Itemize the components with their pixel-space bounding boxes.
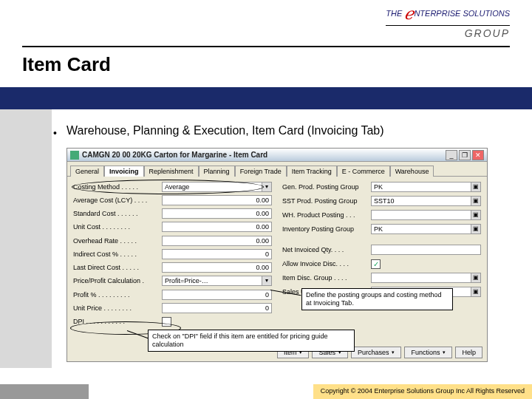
tab-foreign-trade[interactable]: Foreign Trade xyxy=(235,166,287,177)
lbl-indirect: Indirect Cost % . . . . . xyxy=(73,250,162,258)
val-avg-cost[interactable]: 0.00 xyxy=(162,195,272,205)
val-wh-prod[interactable] xyxy=(371,210,471,220)
tab-warehouse[interactable]: Warehouse xyxy=(390,166,434,177)
chevron-down-icon: ▾ xyxy=(443,349,446,355)
lbl-sst-prod: SST Prod. Posting Group xyxy=(282,197,371,205)
callout-dpi: Check on "DPI" field if this item are en… xyxy=(148,330,355,352)
bullet-icon: • xyxy=(53,127,57,139)
footer: Copyright © 2004 Enterprise Solutions Gr… xyxy=(0,384,532,399)
lbl-profit-pct: Profit % . . . . . . . . . xyxy=(73,291,162,299)
minimize-button[interactable]: _ xyxy=(446,150,457,160)
val-costing-method[interactable]: Average xyxy=(162,182,262,192)
dd-costing-method[interactable]: ▾ xyxy=(262,182,272,192)
tab-replenishment[interactable]: Replenishment xyxy=(144,166,199,177)
val-price-profit[interactable]: Profit=Price-… xyxy=(162,276,262,286)
dd-inv-posting[interactable]: ▣ xyxy=(471,224,481,234)
btn-functions[interactable]: Functions▾ xyxy=(404,347,452,358)
val-unit-price[interactable]: 0 xyxy=(162,303,272,313)
left-gray-bar xyxy=(0,109,52,368)
lbl-allow-inv-disc: Allow Invoice Disc. . . . xyxy=(282,260,371,267)
val-net-inv-qty[interactable] xyxy=(371,245,481,255)
subtitle: Warehouse, Planning & Execution, Item Ca… xyxy=(66,124,384,137)
lbl-price-profit: Price/Profit Calculation . xyxy=(73,277,162,284)
restore-button[interactable]: ❐ xyxy=(459,150,471,160)
lbl-unit-cost: Unit Cost . . . . . . . . xyxy=(73,223,162,231)
chk-dpi[interactable] xyxy=(162,317,171,327)
val-profit-pct[interactable]: 0 xyxy=(162,290,272,300)
logo-block: THE ℯNTERPRISE SOLUTIONS GROUP xyxy=(386,4,510,39)
tab-planning[interactable]: Planning xyxy=(199,166,235,177)
val-inv-posting[interactable]: PK xyxy=(371,224,471,234)
tab-strip: General Invoicing Replenishment Planning… xyxy=(67,162,487,177)
tab-invoicing[interactable]: Invoicing xyxy=(104,166,144,177)
dd-sales-uom[interactable]: ▣ xyxy=(471,287,481,297)
dd-item-disc-grp[interactable]: ▣ xyxy=(471,273,481,283)
lbl-net-inv-qty: Net Invoiced Qty. . . . xyxy=(282,246,371,253)
footer-block xyxy=(0,384,89,399)
val-sst-prod[interactable]: SST10 xyxy=(371,196,471,206)
callout-posting-groups: Define the posting groups and costing me… xyxy=(301,288,453,310)
logo-rest: NTERPRISE SOLUTIONS xyxy=(414,9,510,18)
dd-gen-prod[interactable]: ▣ xyxy=(471,182,481,192)
val-item-disc-grp[interactable] xyxy=(371,273,471,283)
lbl-overhead: Overhead Rate . . . . . xyxy=(73,237,162,245)
btn-help[interactable]: Help xyxy=(455,347,482,358)
val-gen-prod[interactable]: PK xyxy=(371,182,471,192)
copyright: Copyright © 2004 Enterprise Solutions Gr… xyxy=(313,384,532,399)
close-button[interactable]: ✕ xyxy=(472,150,484,160)
lbl-std-cost: Standard Cost . . . . . . xyxy=(73,210,162,217)
lbl-dpi: DPI . . . . . . . . . . . xyxy=(73,318,162,325)
lbl-item-disc-grp: Item Disc. Group . . . . xyxy=(282,274,371,282)
left-column: Costing Method . . . . .Average▾ Average… xyxy=(73,181,272,327)
app-icon xyxy=(70,151,79,160)
title-stripe xyxy=(0,87,532,109)
logo-line1: THE ℯNTERPRISE SOLUTIONS xyxy=(386,4,510,24)
lbl-inv-posting: Inventory Posting Group xyxy=(282,225,371,233)
val-unit-cost[interactable]: 0.00 xyxy=(162,222,272,232)
tab-ecommerce[interactable]: E - Commerce xyxy=(337,166,390,177)
lbl-last-direct: Last Direct Cost . . . . . xyxy=(73,264,162,271)
window-title: CAMGN 20 00 20KG Carton for Margarine - … xyxy=(82,151,446,159)
dd-wh-prod[interactable]: ▣ xyxy=(471,210,481,220)
page-title: Item Card xyxy=(22,53,111,76)
tab-item-tracking[interactable]: Item Tracking xyxy=(287,166,337,177)
logo-group: GROUP xyxy=(386,25,510,39)
lbl-gen-prod: Gen. Prod. Posting Group xyxy=(282,183,371,191)
tab-general[interactable]: General xyxy=(70,166,104,177)
val-last-direct[interactable]: 0.00 xyxy=(162,262,272,273)
chevron-down-icon: ▾ xyxy=(392,349,395,355)
val-std-cost[interactable]: 0.00 xyxy=(162,208,272,219)
val-indirect[interactable]: 0 xyxy=(162,249,272,259)
btn-purchases[interactable]: Purchases▾ xyxy=(351,347,402,358)
logo-e-icon: ℯ xyxy=(404,4,414,23)
header-rule xyxy=(22,46,510,47)
lbl-avg-cost: Average Cost (LCY) . . . . xyxy=(73,197,162,204)
dd-sst-prod[interactable]: ▣ xyxy=(471,196,481,206)
dd-price-profit[interactable]: ▾ xyxy=(262,276,272,286)
lbl-costing-method: Costing Method . . . . . xyxy=(73,183,162,191)
logo-pre: THE xyxy=(386,9,404,18)
lbl-unit-price: Unit Price . . . . . . . . xyxy=(73,304,162,312)
titlebar: CAMGN 20 00 20KG Carton for Margarine - … xyxy=(67,149,487,162)
lbl-wh-prod: WH. Product Posting . . . xyxy=(282,211,371,219)
chk-allow-inv-disc[interactable]: ✓ xyxy=(371,259,381,269)
val-overhead[interactable]: 0.00 xyxy=(162,236,272,246)
